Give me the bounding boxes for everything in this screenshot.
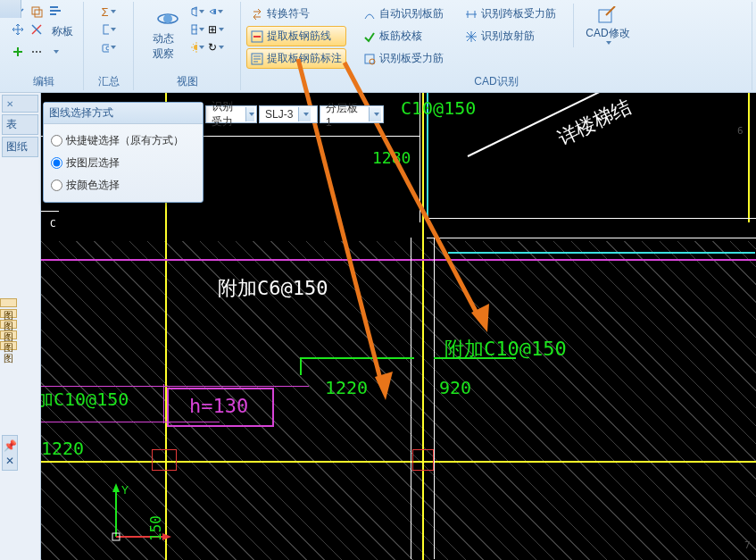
rebar-note-3: 附加C10@150 <box>444 336 567 363</box>
extract-line-icon <box>251 30 263 43</box>
dim-1220b: 1220 <box>41 438 84 459</box>
radio-color-label: 按颜色选择 <box>66 178 120 193</box>
dock-header-drawing[interactable]: 图纸 <box>2 137 38 157</box>
close-icon[interactable]: ✕ <box>6 99 13 109</box>
dynobs-button[interactable]: 动态观察 <box>150 4 186 64</box>
convert-symbol-label: 转换符号 <box>267 6 310 21</box>
refresh-icon[interactable]: ↻ <box>208 39 224 55</box>
trim-icon[interactable] <box>29 21 45 38</box>
radio-layer[interactable]: 按图层选择 <box>51 152 195 174</box>
svg-rect-2 <box>104 25 109 34</box>
eye-icon[interactable] <box>208 4 224 20</box>
check-rebar-button[interactable]: 板筋校核 <box>359 26 448 46</box>
dock-pin-tab[interactable]: 📌 ✕ <box>2 435 18 471</box>
cad-modify-button[interactable]: CAD修改 <box>581 4 635 47</box>
dock-header-1[interactable]: ✕ <box>2 95 38 113</box>
dock-header-table[interactable]: 表 <box>2 114 38 135</box>
ribbon-group-sum: Σ 汇总 <box>84 2 134 90</box>
auto-rebar-button[interactable]: 自动识别板筋 <box>359 4 448 24</box>
stair-note: 详楼梯结 <box>553 93 636 152</box>
vertical-tab-1[interactable]: 图 <box>0 298 17 307</box>
svg-rect-0 <box>32 7 39 14</box>
combo-layer[interactable]: 分层板1 <box>320 105 384 123</box>
rebar-note-1: C10@150 <box>401 97 476 119</box>
ucs-icon: Y <box>100 481 189 553</box>
radiate-icon <box>465 30 478 43</box>
rebar-note-2: 附加C6@150 <box>218 275 328 302</box>
group-label-sum: 汇总 <box>98 72 120 90</box>
radio-shortcut-label: 快捷键选择（原有方式） <box>66 133 184 148</box>
radio-shortcut-input[interactable] <box>51 135 62 146</box>
radio-layer-input[interactable] <box>51 157 62 169</box>
orbit-icon <box>155 6 180 31</box>
dim-150: 150 <box>147 515 164 541</box>
radio-color-input[interactable] <box>51 180 62 191</box>
extract-rebar-line-button[interactable]: 提取板钢筋线 <box>246 26 346 46</box>
svg-rect-1 <box>35 10 42 17</box>
radio-color[interactable]: 按颜色选择 <box>51 174 195 196</box>
check-icon <box>363 30 376 43</box>
sum-camera-icon[interactable] <box>101 39 117 55</box>
ribbon-group-view: 动态观察 ⊞ ↻ 视图 <box>134 2 241 90</box>
combo-layer-label: 分层板1 <box>326 101 363 129</box>
combo-slj[interactable]: SLJ-3 <box>259 105 318 123</box>
cube-icon[interactable] <box>189 4 205 20</box>
vertical-tab-5[interactable]: 图 <box>0 341 17 350</box>
chevron-down-icon <box>606 41 611 45</box>
combo-rec-force[interactable]: 识别受力 <box>205 105 257 123</box>
rebar-note-4: 加C10@150 <box>41 388 129 412</box>
calc-button-label: 称板 <box>52 24 73 39</box>
sun-icon[interactable] <box>189 39 205 55</box>
auto-rebar-icon <box>363 8 376 21</box>
line-select-popup: 图线选择方式 快捷键选择（原有方式） 按图层选择 按颜色选择 <box>43 102 204 203</box>
rec-span-label: 识别跨板受力筋 <box>481 6 556 21</box>
svg-point-9 <box>194 45 197 50</box>
combo-slj-label: SLJ-3 <box>265 108 293 121</box>
sigma-icon[interactable]: Σ <box>101 4 117 20</box>
move-icon[interactable] <box>10 21 26 38</box>
svg-text:Y: Y <box>121 484 129 497</box>
red-marker-2 <box>152 449 177 471</box>
extract-rebar-line-label: 提取板钢筋线 <box>267 29 331 44</box>
rec-radiate-button[interactable]: 识别放射筋 <box>461 26 561 46</box>
h130-label: h=130 <box>189 395 248 417</box>
tool-dots-icon[interactable]: ⋯ <box>29 44 45 60</box>
rec-span-button[interactable]: 识别跨板受力筋 <box>461 4 561 24</box>
sum-doc-icon[interactable] <box>101 21 117 38</box>
left-dock: ✕ 表 图纸 图 图 图 图 图 📌 ✕ <box>0 93 41 560</box>
svg-point-7 <box>213 10 216 13</box>
calc-button[interactable]: 称板 <box>47 21 78 42</box>
vertical-tab-3[interactable]: 图 <box>0 320 17 329</box>
convert-symbol-button[interactable]: 转换符号 <box>246 4 346 24</box>
chevron-down-icon[interactable] <box>298 107 311 121</box>
rec-force-button[interactable]: 识别板受力筋 <box>359 48 448 69</box>
group-label-edit: 编辑 <box>33 72 54 90</box>
dynobs-label: 动态观察 <box>153 31 183 62</box>
chevron-down-icon[interactable] <box>245 107 254 121</box>
extract-rebar-note-button[interactable]: 提取板钢筋标注 <box>246 48 346 69</box>
chevron-down-icon[interactable] <box>369 107 381 121</box>
grid-icon[interactable] <box>189 21 205 38</box>
extract-note-icon <box>251 53 263 65</box>
rec-force-label: 识别板受力筋 <box>379 51 444 66</box>
vertical-tab-4[interactable]: 图 <box>0 330 17 339</box>
cad-modify-icon <box>597 6 619 26</box>
red-marker <box>412 449 434 471</box>
mark-c: C <box>50 218 56 230</box>
grid-num-6: 6 <box>737 125 744 137</box>
ribbon-group-cad: 转换符号 提取板钢筋线 提取板钢筋标注 自动识别板筋 板筋校核 识别板受力筋 识… <box>241 2 752 90</box>
dock-table-label: 表 <box>6 118 17 130</box>
radio-shortcut[interactable]: 快捷键选择（原有方式） <box>51 130 195 152</box>
radio-layer-label: 按图层选择 <box>66 155 120 171</box>
dropdown-caret-icon[interactable] <box>47 44 63 60</box>
vertical-tab-2[interactable]: 图 <box>0 309 17 318</box>
ribbon: 称板 ⋯ 编辑 Σ 汇总 动态观察 <box>0 0 756 93</box>
dim-920: 920 <box>439 377 471 398</box>
svg-point-4 <box>106 46 109 50</box>
view-misc-icon[interactable]: ⊞ <box>208 21 224 38</box>
align-icon[interactable] <box>47 4 63 20</box>
tool-copy-icon[interactable] <box>29 4 45 20</box>
popup-title: 图线选择方式 <box>44 103 203 124</box>
dim-1280: 1280 <box>372 148 411 167</box>
plus-icon[interactable] <box>10 44 26 60</box>
